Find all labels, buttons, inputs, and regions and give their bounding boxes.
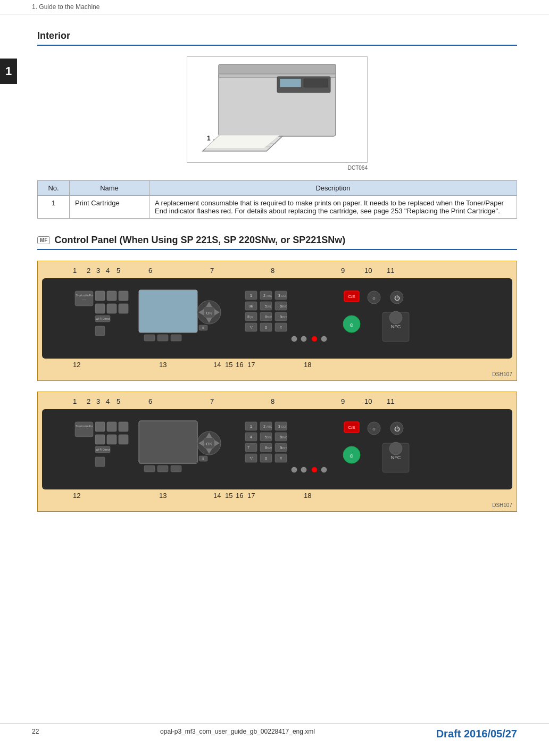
- num-10-top: 10: [364, 267, 372, 275]
- num-5-top: 5: [117, 267, 120, 275]
- filename: opal-p3_mf3_com_user_guide_gb_00228417_e…: [160, 728, 315, 740]
- svg-text:1: 1: [207, 135, 211, 142]
- svg-point-151: [312, 467, 317, 472]
- svg-text:NFC: NFC: [391, 455, 401, 460]
- svg-rect-97: [157, 466, 168, 472]
- svg-rect-98: [171, 466, 181, 472]
- breadcrumb: 1. Guide to the Machine: [0, 0, 549, 14]
- svg-text:OK: OK: [206, 442, 212, 446]
- printer-illustration: 1: [197, 62, 357, 157]
- num-9-top: 9: [341, 267, 345, 275]
- svg-rect-15: [95, 291, 105, 301]
- svg-rect-91: [95, 435, 105, 444]
- svg-text:DEF: DEF: [281, 294, 287, 297]
- printer-image-box: 1: [187, 56, 368, 163]
- panel-numbers-bottom-1: 12 13 14 15 16 17 18: [42, 361, 512, 370]
- svg-text:PQR: PQR: [247, 315, 253, 319]
- svg-rect-23: [95, 326, 105, 336]
- svg-point-79: [389, 311, 402, 324]
- control-panel-section: MF Control Panel (When Using SP 221S, SP…: [37, 235, 517, 512]
- svg-rect-27: [171, 335, 181, 341]
- svg-text:GHI: GHI: [249, 305, 254, 308]
- num-12-bot: 12: [73, 361, 80, 369]
- num-1-top: 1: [73, 267, 77, 275]
- table-cell-name: Print Cartridge: [70, 196, 149, 219]
- control-panel-svg-2: Shortcut to Fu Wi-Fi Direct: [48, 417, 506, 480]
- svg-rect-24: [139, 290, 197, 333]
- draft-label: Draft 2016/05/27: [436, 728, 517, 740]
- svg-text:3: 3: [278, 425, 280, 428]
- num-18-bot: 18: [304, 361, 311, 369]
- table-cell-description: A replacement consumable that is require…: [149, 196, 517, 219]
- svg-rect-17: [119, 291, 128, 301]
- image-label: DCT064: [187, 165, 368, 171]
- svg-text:4: 4: [250, 435, 252, 439]
- svg-text:WXY: WXY: [281, 315, 287, 319]
- svg-rect-94: [95, 457, 105, 467]
- dsh-label-2: DSH107: [42, 502, 512, 508]
- svg-text:3: 3: [278, 294, 280, 297]
- svg-rect-26: [157, 335, 168, 341]
- svg-point-149: [292, 467, 297, 472]
- panel-diagram-1: 1 2 3 4 5 6 7 8 9 10 11 Shortcut to Fu: [37, 261, 517, 381]
- svg-rect-95: [139, 421, 197, 463]
- svg-rect-25: [144, 335, 155, 341]
- svg-text:1: 1: [250, 424, 253, 429]
- svg-rect-96: [144, 466, 155, 472]
- dsh-label-1: DSH107: [42, 371, 512, 377]
- svg-rect-87: [107, 422, 117, 431]
- control-panel-svg-1: Shortcut to Fu —— Wi-Fi Direct: [48, 286, 506, 350]
- svg-text:C/E: C/E: [348, 425, 355, 430]
- table-row: 1 Print Cartridge A replacement consumab…: [38, 196, 517, 219]
- svg-rect-20: [95, 304, 105, 313]
- mf-badge: MF: [37, 236, 50, 244]
- svg-point-80: [292, 336, 297, 342]
- svg-text:Shortcut to Fu: Shortcut to Fu: [76, 294, 93, 297]
- svg-text:Shortcut to Fu: Shortcut to Fu: [76, 425, 93, 428]
- svg-text:⊙: ⊙: [372, 427, 376, 431]
- svg-text:0: 0: [265, 325, 268, 330]
- num-17-bot: 17: [247, 361, 255, 369]
- svg-text:2: 2: [263, 294, 265, 297]
- num-16-bot: 16: [236, 361, 243, 369]
- svg-rect-4: [304, 79, 328, 87]
- table-header-name: Name: [70, 181, 149, 196]
- svg-text:MNO: MNO: [281, 436, 287, 439]
- num-4-top: 4: [106, 267, 110, 275]
- svg-text:OK: OK: [206, 311, 212, 315]
- printer-image-container: 1 DCT064: [37, 56, 517, 171]
- svg-text:⊙: ⊙: [350, 453, 354, 459]
- svg-point-152: [321, 467, 327, 472]
- num-11-top: 11: [387, 267, 394, 275]
- control-panel-title: Control Panel (When Using SP 221S, SP 22…: [54, 235, 345, 246]
- panel-diagram-2: 1 2 3 4 5 6 7 8 9 10 11 Shortcut to Fu: [37, 392, 517, 512]
- panel-body-2: Shortcut to Fu Wi-Fi Direct: [42, 409, 512, 489]
- svg-text:MNO: MNO: [281, 305, 287, 308]
- control-panel-heading: MF Control Panel (When Using SP 221S, SP…: [37, 235, 517, 250]
- svg-point-82: [312, 336, 317, 342]
- svg-text:⊙: ⊙: [350, 322, 354, 328]
- svg-text:DEF: DEF: [281, 425, 287, 428]
- page-footer: 22 opal-p3_mf3_com_user_guide_gb_0022841…: [0, 723, 549, 740]
- svg-text:JKL: JKL: [267, 436, 272, 439]
- svg-text:⏻: ⏻: [394, 426, 400, 432]
- svg-text:Wi-Fi Direct: Wi-Fi Direct: [96, 448, 110, 451]
- svg-text:JKL: JKL: [267, 305, 272, 308]
- svg-text:ABC: ABC: [267, 294, 272, 297]
- svg-text:2: 2: [263, 425, 265, 428]
- num-2-top: 2: [87, 267, 90, 275]
- table-cell-no: 1: [38, 196, 70, 219]
- svg-text:7: 7: [247, 446, 249, 450]
- svg-rect-16: [107, 291, 117, 301]
- num-14-bot: 14: [213, 361, 221, 369]
- svg-text:*/: */: [249, 325, 253, 330]
- svg-rect-10: [219, 64, 336, 74]
- num-3-top: 3: [96, 267, 100, 275]
- svg-text:⏻: ⏻: [394, 295, 400, 301]
- num-6-top: 6: [148, 267, 152, 275]
- num-7-top: 7: [210, 267, 214, 275]
- svg-text:#: #: [280, 456, 282, 461]
- svg-text:1: 1: [250, 293, 253, 298]
- panel-numbers-bottom-2: 12 13 14 15 16 17 18: [42, 492, 512, 501]
- parts-table: No. Name Description 1 Print Cartridge A…: [37, 180, 517, 219]
